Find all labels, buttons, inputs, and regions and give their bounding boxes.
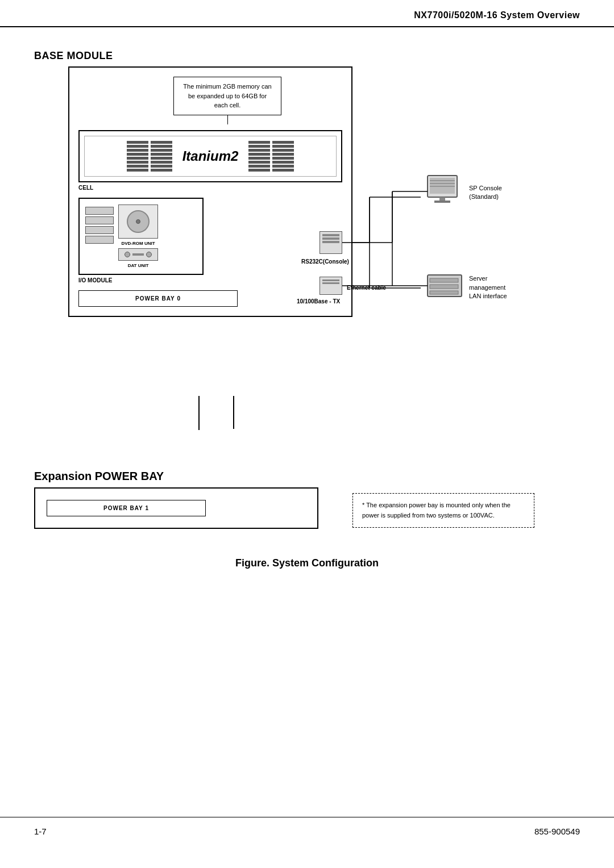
slot-line	[272, 161, 294, 164]
slot-group-right2	[272, 141, 294, 172]
sp-console-device: SP Console (Standard)	[426, 174, 502, 211]
console-line	[322, 237, 339, 240]
expansion-section: Expansion POWER BAY POWER BAY 1 * The ex…	[34, 470, 580, 529]
hdd-slot	[85, 226, 114, 234]
expansion-row: POWER BAY 1 * The expansion power bay is…	[34, 487, 580, 529]
cell-label: CELL	[78, 185, 342, 191]
io-inner: DVD-ROM UNIT DAT UNIT	[85, 205, 197, 268]
slot-line	[151, 169, 172, 172]
slot-group-left	[127, 141, 148, 172]
expansion-note-text: * The expansion power bay is mounted onl…	[362, 502, 511, 519]
slot-line	[248, 149, 270, 152]
hdd-slot	[85, 216, 114, 224]
diagram-container: The minimum 2GB memory can be expanded u…	[34, 66, 580, 475]
power-bay-1-box: POWER BAY 1	[47, 500, 206, 516]
slot-line	[272, 157, 294, 160]
optical-drives: DVD-ROM UNIT DAT UNIT	[118, 205, 158, 268]
console-line	[322, 234, 339, 236]
slot-line	[151, 157, 172, 160]
slot-line	[127, 149, 148, 152]
itanium-label: Itanium2	[175, 148, 247, 164]
base-tx-label: 10/100Base - TX	[297, 298, 340, 304]
rs232c-console-icon	[320, 231, 342, 254]
dvd-disc-center	[136, 219, 140, 224]
power-bay-0-label: POWER BAY 0	[86, 295, 230, 302]
callout-line	[227, 115, 228, 124]
expansion-label: Expansion POWER BAY	[34, 470, 580, 483]
slot-line	[248, 145, 270, 148]
slot-line	[248, 153, 270, 156]
cell-inner: Itanium2	[84, 136, 337, 177]
page-number: 1-7	[34, 827, 47, 836]
slot-line	[127, 161, 148, 164]
base-module-box: The minimum 2GB memory can be expanded u…	[68, 66, 352, 317]
slot-line	[248, 157, 270, 160]
slot-line	[248, 141, 270, 144]
svg-rect-12	[439, 197, 445, 201]
slot-line	[151, 149, 172, 152]
cell-block: Itanium2	[78, 130, 342, 182]
ethernet-icon	[320, 277, 342, 295]
hdd-slots	[85, 207, 114, 244]
slot-line	[127, 153, 148, 156]
server-svg	[426, 274, 463, 299]
slot-line	[151, 161, 172, 164]
page-footer: 1-7 855-900549	[0, 817, 614, 845]
memory-callout-area: The minimum 2GB memory can be expanded u…	[113, 77, 342, 124]
slot-line	[248, 161, 270, 164]
io-module-label: I/O MODULE	[78, 277, 342, 283]
dvd-disc	[127, 210, 150, 233]
svg-rect-8	[430, 178, 455, 194]
figure-caption: Figure. System Configuration	[34, 557, 580, 569]
slot-line	[127, 141, 148, 144]
header-title: NX7700i/5020M-16 System Overview	[414, 10, 580, 20]
slot-line	[151, 141, 172, 144]
slot-line	[248, 169, 270, 172]
sp-console-icon	[426, 174, 463, 211]
ethernet-label: Ethernet cable	[347, 285, 386, 291]
expansion-note-box: * The expansion power bay is mounted onl…	[352, 493, 534, 528]
svg-rect-17	[430, 291, 458, 294]
slot-line	[127, 145, 148, 148]
slot-group-left2	[151, 141, 172, 172]
sp-console-label: SP Console (Standard)	[469, 184, 502, 202]
slot-line	[272, 169, 294, 172]
slot-line	[151, 165, 172, 168]
svg-rect-15	[430, 278, 458, 282]
slot-line	[272, 145, 294, 148]
monitor-svg	[426, 174, 463, 208]
svg-rect-16	[430, 285, 458, 289]
dvd-unit-icon	[118, 205, 158, 239]
eth-line	[322, 282, 339, 284]
dat-reel-left	[125, 252, 130, 257]
dat-tape	[132, 253, 144, 256]
document-number: 855-900549	[534, 827, 580, 836]
memory-note-text: The minimum 2GB memory can be expanded u…	[183, 83, 271, 108]
power-bay-0-box: POWER BAY 0	[78, 290, 238, 307]
slot-line	[127, 157, 148, 160]
page-header: NX7700i/5020M-16 System Overview	[0, 0, 614, 27]
slot-line	[248, 165, 270, 168]
rs232c-label: RS232C(Console)	[301, 258, 349, 265]
hdd-slot	[85, 236, 114, 244]
slot-line	[127, 169, 148, 172]
memory-callout-box: The minimum 2GB memory can be expanded u…	[173, 77, 281, 115]
server-mgmt-device: Server management LAN interface	[426, 274, 507, 302]
dat-unit-label: DAT UNIT	[118, 263, 158, 268]
server-mgmt-label: Server management LAN interface	[469, 274, 507, 301]
slot-line	[151, 145, 172, 148]
slot-line	[272, 165, 294, 168]
hdd-slot	[85, 207, 114, 215]
slot-line	[151, 153, 172, 156]
expansion-box: POWER BAY 1	[34, 487, 318, 529]
dvd-unit-label: DVD-ROM UNIT	[118, 241, 158, 246]
slot-line	[272, 153, 294, 156]
power-bay-1-label: POWER BAY 1	[54, 505, 198, 511]
slot-line	[127, 165, 148, 168]
console-line	[322, 241, 339, 243]
dat-reel-right	[146, 252, 152, 257]
slot-group-right	[248, 141, 270, 172]
base-module-label: BASE MODULE	[34, 50, 580, 62]
slot-line	[272, 149, 294, 152]
main-content: BASE MODULE The minimum 2GB memory can b…	[0, 27, 614, 609]
